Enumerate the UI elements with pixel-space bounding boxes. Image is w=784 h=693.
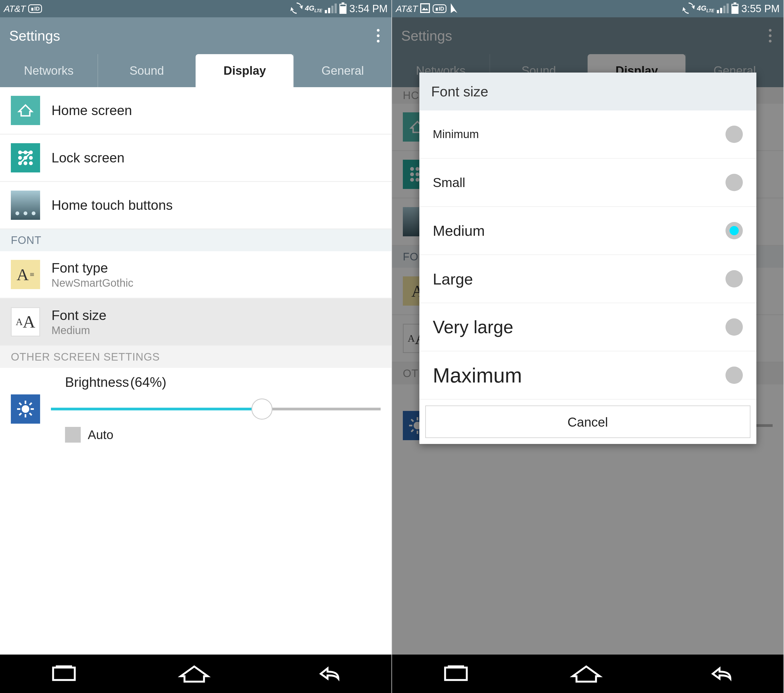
font-size-dialog: Font size Minimum Small Medium Large Ver… <box>419 72 756 444</box>
action-bar: Settings <box>0 17 392 54</box>
option-label: Very large <box>433 317 513 337</box>
dialog-option-small[interactable]: Small <box>419 159 756 207</box>
row-home-screen[interactable]: Home screen <box>0 87 392 135</box>
radio-icon-selected <box>725 222 743 239</box>
svg-rect-6 <box>340 5 346 6</box>
status-bar: AT&T ∎ID 4GLTE 3:55 PM <box>392 0 784 17</box>
svg-rect-56 <box>445 668 467 680</box>
carrier-label: AT&T <box>396 3 417 14</box>
brightness-label: Brightness <box>65 374 129 390</box>
tab-display[interactable]: Display <box>196 54 294 87</box>
row-font-type[interactable]: A≡ Font type NewSmartGothic <box>0 251 392 299</box>
screen-left: AT&T ∎ID 4GLTE 3:54 PM Settings Networks… <box>0 0 392 693</box>
svg-rect-34 <box>726 3 729 13</box>
radio-icon <box>725 319 743 336</box>
option-label: Large <box>433 270 473 288</box>
row-subtitle: NewSmartGothic <box>51 277 133 289</box>
svg-rect-28 <box>53 668 75 680</box>
play-store-icon <box>449 3 459 15</box>
svg-point-10 <box>18 156 22 160</box>
row-title: Lock screen <box>51 150 125 166</box>
radio-icon <box>725 366 743 384</box>
svg-line-24 <box>19 403 21 405</box>
svg-point-19 <box>22 405 29 413</box>
dialog-title: Font size <box>419 72 756 110</box>
battery-icon <box>339 2 346 15</box>
svg-point-14 <box>23 161 27 165</box>
voicemail-icon: ∎ID <box>433 4 446 13</box>
home-screen-icon <box>11 96 40 125</box>
radio-icon <box>725 126 743 143</box>
4g-lte-icon: 4GLTE <box>697 4 714 13</box>
nav-back-button[interactable] <box>703 664 733 683</box>
nav-back-button[interactable] <box>311 664 341 683</box>
4g-lte-icon: 4GLTE <box>305 4 322 13</box>
dialog-option-maximum[interactable]: Maximum <box>419 351 756 399</box>
option-label: Maximum <box>433 363 522 387</box>
nav-recent-button[interactable] <box>442 664 469 683</box>
svg-point-17 <box>23 212 27 215</box>
svg-rect-1 <box>328 8 330 13</box>
dialog-cancel-button[interactable]: Cancel <box>425 406 750 438</box>
font-type-icon: A≡ <box>11 260 40 289</box>
svg-line-25 <box>30 413 32 415</box>
section-header-other: OTHER SCREEN SETTINGS <box>0 346 392 368</box>
svg-rect-57 <box>448 665 464 668</box>
svg-rect-37 <box>732 5 738 6</box>
auto-brightness-checkbox[interactable] <box>65 427 81 443</box>
svg-line-26 <box>19 413 21 415</box>
svg-rect-29 <box>56 665 72 668</box>
lock-screen-icon <box>11 143 40 172</box>
svg-rect-30 <box>421 4 429 12</box>
status-bar: AT&T ∎ID 4GLTE 3:54 PM <box>0 0 392 17</box>
settings-list[interactable]: Home screen Lock screen Home touch butto… <box>0 87 392 655</box>
dialog-option-minimum[interactable]: Minimum <box>419 110 756 159</box>
dialog-option-large[interactable]: Large <box>419 255 756 303</box>
option-label: Small <box>433 175 465 190</box>
sync-icon <box>683 2 694 15</box>
brightness-percent: (64%) <box>130 374 166 390</box>
brightness-icon <box>11 394 40 424</box>
svg-rect-3 <box>334 3 337 13</box>
tab-sound[interactable]: Sound <box>97 54 196 87</box>
radio-icon <box>725 270 743 287</box>
tab-general[interactable]: General <box>293 54 392 87</box>
svg-point-16 <box>15 212 19 215</box>
voicemail-icon: ∎ID <box>28 4 42 13</box>
option-label: Minimum <box>433 128 479 141</box>
row-brightness[interactable]: Brightness (64%) Auto <box>0 368 392 445</box>
svg-rect-32 <box>720 8 722 13</box>
radio-icon <box>725 174 743 191</box>
option-label: Medium <box>433 222 485 239</box>
tab-networks[interactable]: Networks <box>0 54 97 87</box>
font-size-icon: AA <box>11 307 40 337</box>
svg-rect-36 <box>734 2 736 4</box>
clock-label: 3:54 PM <box>349 3 388 15</box>
home-touch-icon <box>11 190 40 220</box>
nav-home-button[interactable] <box>178 664 211 683</box>
dialog-option-medium[interactable]: Medium <box>419 207 756 255</box>
overflow-menu-button[interactable] <box>377 29 382 43</box>
svg-point-18 <box>32 212 36 215</box>
signal-icon <box>717 3 729 14</box>
row-lock-screen[interactable]: Lock screen <box>0 135 392 182</box>
dialog-option-very-large[interactable]: Very large <box>419 303 756 351</box>
carrier-label: AT&T <box>4 3 25 14</box>
nav-bar <box>0 655 392 693</box>
sync-icon <box>291 2 302 15</box>
row-font-size[interactable]: AA Font size Medium <box>0 299 392 346</box>
tab-bar: Networks Sound Display General <box>0 54 392 87</box>
screen-right: AT&T ∎ID 4GLTE 3:55 PM Settings Networks… <box>392 0 784 693</box>
brightness-slider[interactable] <box>51 398 380 420</box>
svg-rect-31 <box>717 10 719 13</box>
svg-line-27 <box>30 403 32 405</box>
auto-brightness-label: Auto <box>88 427 114 442</box>
nav-recent-button[interactable] <box>50 664 77 683</box>
page-title: Settings <box>9 28 60 44</box>
row-title: Font type <box>51 260 133 276</box>
slider-thumb[interactable] <box>251 399 273 420</box>
row-title: Font size <box>51 307 107 323</box>
row-home-touch-buttons[interactable]: Home touch buttons <box>0 182 392 229</box>
nav-home-button[interactable] <box>570 664 603 683</box>
svg-point-12 <box>29 156 33 160</box>
